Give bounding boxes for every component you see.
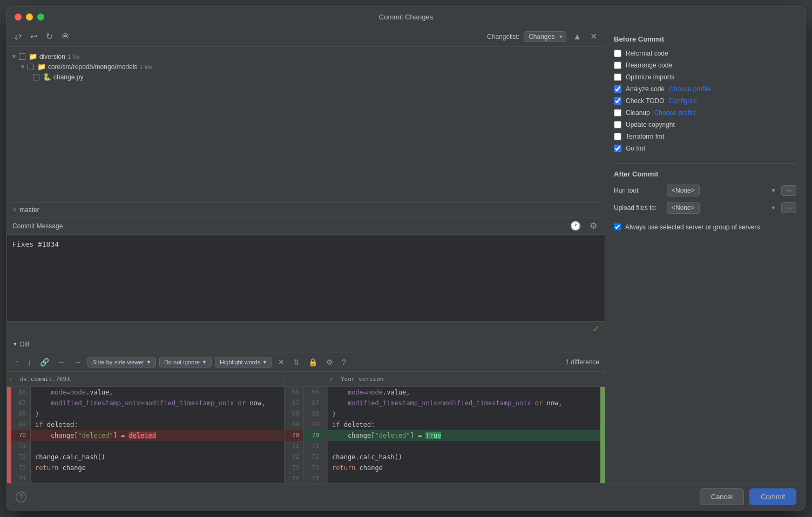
commit-message-label: Commit Message xyxy=(12,222,63,230)
optimize-checkbox[interactable] xyxy=(614,73,621,81)
option-gofmt: Go fmt xyxy=(614,145,796,152)
todo-link[interactable]: Configure xyxy=(669,97,697,105)
up-icon[interactable]: ▲ xyxy=(571,31,584,43)
upload-dots-button[interactable]: ··· xyxy=(781,202,796,213)
maximize-button[interactable] xyxy=(37,13,44,21)
analyze-label: Analyze code xyxy=(626,85,665,93)
analyze-link[interactable]: Choose profile xyxy=(669,85,710,93)
diff-close-icon[interactable]: ✕ xyxy=(275,356,287,368)
center-new-nums: 66 67 68 69 70 71 72 73 74 xyxy=(304,387,323,483)
diff-label: Diff xyxy=(20,341,30,348)
undo-icon[interactable]: ↩ xyxy=(28,30,39,43)
tree-file[interactable]: 🐍 change.py xyxy=(7,72,605,82)
right-panel: Before Commit Reformat code Rearrange co… xyxy=(605,26,805,483)
bottom-bar: ? Cancel Commit xyxy=(7,483,805,510)
upload-row: Upload files to: <None> ··· xyxy=(614,202,796,214)
settings-icon[interactable]: ⚙ xyxy=(587,220,599,232)
option-rearrange: Rearrange code xyxy=(614,62,796,69)
terraform-checkbox[interactable] xyxy=(614,133,621,140)
diff-right-header: ✓ Your version xyxy=(328,372,605,387)
diff-left-header: ✓ dv.commit.7693 xyxy=(7,372,284,387)
reformat-label: Reformat code xyxy=(626,50,668,57)
diff-viewer-select[interactable]: Side-by-side viewer ▼ xyxy=(87,357,156,368)
run-tool-dots-button[interactable]: ··· xyxy=(781,185,796,196)
python-file-icon: 🐍 xyxy=(43,73,51,81)
diff-section: ▼ Diff ↑ ↓ 🔗 ← → Side-by-side viewer ▼ D… xyxy=(7,336,605,483)
diff-ignore-select[interactable]: Do not ignore ▼ xyxy=(159,357,212,368)
analyze-checkbox[interactable] xyxy=(614,85,621,93)
rearrange-checkbox[interactable] xyxy=(614,62,621,69)
close-icon[interactable]: ✕ xyxy=(588,30,599,43)
diff-left-content: 66 67 68 69 70 71 72 73 74 xyxy=(7,387,284,483)
history-icon[interactable]: 🕐 xyxy=(568,220,583,232)
check-icon: ✓ xyxy=(592,324,599,334)
gofmt-checkbox[interactable] xyxy=(614,145,621,152)
diff-left-pane: ✓ dv.commit.7693 66 67 68 69 70 71 xyxy=(7,372,285,483)
optimize-label: Optimize imports xyxy=(626,73,674,81)
changelist-select[interactable]: Changes xyxy=(524,31,566,42)
upload-select[interactable]: <None> xyxy=(667,202,700,214)
copyright-checkbox[interactable] xyxy=(614,121,621,128)
diff-highlight-select[interactable]: Highlight words ▼ xyxy=(215,357,272,368)
option-todo: Check TODO Configure xyxy=(614,97,796,105)
copyright-label: Update copyright xyxy=(626,121,675,128)
root-name: diversion xyxy=(39,53,65,60)
close-button[interactable] xyxy=(15,13,22,21)
diff-prev-icon[interactable]: ← xyxy=(55,356,68,368)
diff-link-icon[interactable]: 🔗 xyxy=(37,356,52,368)
diff-up-icon[interactable]: ↑ xyxy=(12,356,22,368)
diff-down-icon[interactable]: ↓ xyxy=(25,356,34,368)
run-tool-select-wrapper: <None> xyxy=(667,185,779,196)
cancel-button[interactable]: Cancel xyxy=(700,488,744,505)
minimize-button[interactable] xyxy=(26,13,33,21)
tree-subfolder[interactable]: ▼ 📁 core/src/repodb/mongo/models 1 file xyxy=(7,62,605,72)
file-checkbox[interactable] xyxy=(33,74,39,80)
eye-icon[interactable]: 👁 xyxy=(59,31,72,43)
right-code: mode=mode.value, modified_timestamp_unix… xyxy=(328,387,600,483)
after-commit-title: After Commit xyxy=(614,170,796,178)
option-optimize: Optimize imports xyxy=(614,73,796,81)
diff-help-icon[interactable]: ? xyxy=(339,356,349,368)
tree-root[interactable]: ▼ 📁 diversion 1 file xyxy=(7,51,605,62)
diff-collapse-arrow[interactable]: ▼ xyxy=(12,341,18,347)
commit-message-header: Commit Message 🕐 ⚙ xyxy=(7,217,605,235)
diff-lock-icon[interactable]: 🔒 xyxy=(306,356,320,368)
diff-center-nums: 66 67 68 69 70 71 72 73 74 xyxy=(285,387,328,483)
diff-right-content: mode=mode.value, modified_timestamp_unix… xyxy=(328,387,605,483)
diff-header: ▼ Diff xyxy=(7,336,605,352)
commit-button[interactable]: Commit xyxy=(749,488,796,505)
terraform-label: Terraform fmt xyxy=(626,133,664,140)
cleanup-checkbox[interactable] xyxy=(614,109,621,117)
move-icon[interactable]: ⇄ xyxy=(12,30,24,43)
diff-sync-icon[interactable]: ⇅ xyxy=(290,356,302,368)
bottom-actions: Cancel Commit xyxy=(700,488,796,505)
left-panel: ⇄ ↩ ↻ 👁 Changelist: Changes ▲ ✕ xyxy=(7,26,605,483)
todo-checkbox[interactable] xyxy=(614,97,621,105)
cleanup-label: Cleanup xyxy=(626,109,650,117)
reformat-checkbox[interactable] xyxy=(614,50,621,57)
option-terraform: Terraform fmt xyxy=(614,133,796,140)
diff-count: 1 difference xyxy=(566,358,600,366)
viewer-dropdown-arrow: ▼ xyxy=(146,359,151,365)
refresh-icon[interactable]: ↻ xyxy=(44,30,55,43)
changelist-select-wrapper: Changes xyxy=(524,31,566,42)
always-use-label: Always use selected server or group of s… xyxy=(625,223,760,231)
branch-name: master xyxy=(19,206,39,214)
commit-dialog: Commit Changes ⇄ ↩ ↻ 👁 Changelist: Chang… xyxy=(6,6,806,511)
help-button[interactable]: ? xyxy=(16,492,26,502)
always-use-checkbox[interactable] xyxy=(614,223,621,230)
changelist-label: Changelist: xyxy=(487,33,519,40)
diff-right-pane: ✓ Your version mode=mode.value, modified… xyxy=(328,372,605,483)
subfolder-checkbox[interactable] xyxy=(28,64,34,70)
root-checkbox[interactable] xyxy=(19,53,25,60)
title-bar: Commit Changes xyxy=(7,7,805,26)
commit-message-input[interactable]: Fixes #1834 xyxy=(7,235,605,321)
run-tool-select[interactable]: <None> xyxy=(667,185,700,196)
diff-viewer: ✓ dv.commit.7693 66 67 68 69 70 71 xyxy=(7,372,605,483)
diff-next-icon[interactable]: → xyxy=(71,356,84,368)
left-marker xyxy=(7,387,11,483)
cleanup-link[interactable]: Choose profile xyxy=(654,109,696,117)
run-tool-dropdown-wrapper: <None> ··· xyxy=(667,185,796,196)
diff-gear-icon[interactable]: ⚙ xyxy=(323,356,336,368)
right-marker xyxy=(600,387,605,483)
